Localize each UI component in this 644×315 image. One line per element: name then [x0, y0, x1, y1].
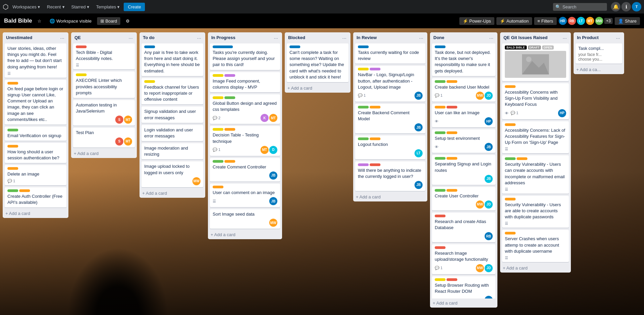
card-qg5[interactable]: Security Vulnerability - Users are able …	[502, 196, 569, 228]
add-card-btn-inreview[interactable]: + Add a card	[353, 192, 427, 201]
notification-btn[interactable]: 🔔	[611, 2, 620, 11]
card-ir1[interactable]: Tasks currently waiting for code review	[355, 43, 425, 64]
search-input[interactable]	[553, 3, 607, 11]
more-members-btn[interactable]: +3	[604, 18, 613, 24]
avatar: MT	[124, 137, 132, 146]
board-view-btn[interactable]: ⊞ Board	[97, 17, 121, 25]
card-qg1[interactable]: BALD BIBLE DRAFT OPEN	[502, 43, 569, 81]
add-card-btn-inprogress[interactable]: + Add a card	[208, 230, 282, 239]
workspace-visible-btn[interactable]: 🌐 Workspace visible	[47, 17, 94, 25]
avatar: MW	[476, 92, 484, 100]
card-ir5[interactable]: Will there be anything to indicate the c…	[355, 161, 425, 191]
add-card-btn-todo[interactable]: + Add a card	[140, 189, 205, 198]
card-ip7[interactable]: Sort Image seed data MW	[210, 209, 280, 229]
member-avatar-1[interactable]: HR	[559, 17, 567, 25]
column-menu-btn-qe-git[interactable]: ···	[562, 35, 568, 41]
card-qe4[interactable]: Test Plan S MT	[73, 128, 135, 147]
card-d1[interactable]: Task done, but not deployed. It's the ta…	[432, 43, 495, 76]
card-qg6[interactable]: Server Crashes when users attemp to crea…	[502, 230, 569, 262]
filters-btn[interactable]: ≡ Filters	[534, 17, 557, 25]
member-avatar-5[interactable]: MW	[595, 17, 603, 25]
card-ir2[interactable]: NavBar - Logo, Signup/Login button, afte…	[355, 66, 425, 102]
card-td2[interactable]: Feedback channel for Users to report ina…	[142, 78, 203, 105]
column-unestimated: Unestimated ··· User stories, ideas, oth…	[3, 32, 68, 218]
card-qe3[interactable]: Automation testing in Java/Selenium S MT	[73, 100, 135, 126]
card-ip5[interactable]: Create Comment Controller JB	[210, 158, 280, 182]
templates-btn[interactable]: Templates ▾	[93, 3, 122, 11]
share-btn[interactable]: 👤 Share	[615, 17, 640, 25]
card-d7[interactable]: Research and create Atlas Database RB	[432, 213, 495, 242]
card-inp1[interactable]: Task compl... your face fr... choose you…	[576, 43, 622, 64]
card-ip6[interactable]: User can comment on an image ☰ JB	[210, 184, 280, 207]
column-title-inproduct: In Product	[577, 35, 615, 40]
card-qg4[interactable]: Security Vulnerability - Users can creat…	[502, 155, 569, 194]
customize-btn[interactable]: ⚙	[123, 17, 132, 25]
user-avatar[interactable]: T	[632, 2, 641, 11]
card-ip1[interactable]: Tasks you're currently doing. Please ass…	[210, 43, 280, 70]
card-qe1[interactable]: Tech Bible - Digital Accessibility notes…	[73, 43, 135, 69]
column-menu-btn[interactable]: ···	[59, 35, 65, 41]
star-btn[interactable]: ☆	[35, 17, 44, 25]
card-d4[interactable]: Setup test environment 👁 JB	[432, 129, 495, 153]
card-qg3[interactable]: Accessibility Concerns: Lack of Accessib…	[502, 121, 569, 154]
desc-icon: ☰	[505, 187, 508, 192]
label	[144, 80, 155, 83]
card-ir3[interactable]: Create Backend Comment Model JB	[355, 104, 425, 133]
column-menu-btn-qe[interactable]: ···	[128, 35, 133, 41]
card-ip2[interactable]: Image Feed component, columns display - …	[210, 72, 280, 92]
add-card-btn-qe[interactable]: + Add a card	[71, 149, 137, 158]
card-u3[interactable]: Email Verification on signup	[5, 127, 66, 141]
column-cards-todo: Any pair is free to take work from here …	[140, 42, 205, 189]
card-d5[interactable]: Separating Signup and Login routes JB	[432, 155, 495, 185]
card-qg2[interactable]: Accessibility Concerns with Sign-Up Form…	[502, 83, 569, 119]
info-btn[interactable]: ℹ	[621, 2, 631, 11]
card-d9[interactable]: Setup Browser Routing with React Router …	[432, 276, 495, 298]
avatar: JD	[485, 200, 493, 209]
card-u4[interactable]: How long should a user session authentic…	[5, 143, 66, 163]
card-ir4[interactable]: Logout function LT	[355, 135, 425, 159]
create-btn[interactable]: Create	[124, 3, 145, 11]
column-header-qe: QE ···	[71, 32, 137, 42]
label	[517, 157, 527, 160]
add-card-btn-inproduct[interactable]: + Add a ca...	[574, 65, 624, 74]
card-qe2[interactable]: AXECORE Linter which provides accessibil…	[73, 71, 135, 98]
column-menu-btn-inprogress[interactable]: ···	[273, 35, 279, 41]
member-avatar-3[interactable]: LT	[577, 17, 585, 25]
card-u6[interactable]: Create Auth Controller (Free API's avail…	[5, 187, 66, 208]
add-card-btn-blocked[interactable]: + Add a card	[285, 84, 350, 93]
card-ip3[interactable]: Global Button design and agreed css temp…	[210, 94, 280, 124]
column-header-qe-git: QE Git Issues Raised ···	[500, 32, 571, 42]
column-menu-btn-inproduct[interactable]: ···	[615, 35, 621, 41]
member-avatar-2[interactable]: RB	[568, 17, 576, 25]
powerups-btn[interactable]: ⚡ Power-Ups	[459, 17, 494, 25]
add-card-btn-qe-git[interactable]: + Add a card	[500, 263, 571, 273]
label	[7, 189, 18, 192]
recent-btn[interactable]: Recent ▾	[44, 3, 67, 11]
card-d3[interactable]: User can like an Image 👁 HP	[432, 104, 495, 127]
workspaces-btn[interactable]: Workspaces ▾	[10, 3, 43, 11]
automation-btn[interactable]: ⚡ Automation	[496, 17, 532, 25]
card-u2[interactable]: On feed page before login or signup User…	[5, 80, 66, 125]
card-u5[interactable]: Delete an image 💬 1	[5, 165, 66, 185]
column-menu-btn-todo[interactable]: ···	[196, 35, 202, 41]
column-menu-btn-done[interactable]: ···	[488, 35, 494, 41]
member-avatar-4[interactable]: MT	[586, 17, 594, 25]
add-card-btn-done[interactable]: + Add a card	[430, 298, 497, 308]
column-menu-btn-inreview[interactable]: ···	[418, 35, 424, 41]
add-card-btn-unestimated[interactable]: + Add a card	[3, 209, 68, 218]
card-d2[interactable]: Create backend User Model 💬 1 MW JD	[432, 78, 495, 102]
column-menu-btn-blocked[interactable]: ···	[341, 35, 347, 41]
card-td5[interactable]: Image moderation and resizing	[142, 143, 203, 159]
card-d6[interactable]: Create User Controller MW JD	[432, 187, 495, 211]
card-d8[interactable]: Research Image upload/storage functional…	[432, 244, 495, 274]
card-ip4[interactable]: Decision Table - Testing technique 💬 1 M…	[210, 126, 280, 156]
card-u1[interactable]: User stories, ideas, other things you mi…	[5, 43, 66, 78]
card-td6[interactable]: Image upload locked to logged in users o…	[142, 161, 203, 187]
starred-btn[interactable]: Starred ▾	[69, 3, 92, 11]
card-bl1[interactable]: Can't complete a task for some reason? W…	[287, 43, 348, 82]
column-title-qe: QE	[74, 35, 128, 40]
card-td3[interactable]: Signup validation and user error message…	[142, 106, 203, 123]
card-td4[interactable]: Login validation and user error messages	[142, 125, 203, 141]
card-td1[interactable]: Any pair is free to take work from here …	[142, 43, 203, 76]
column-cards-inreview: Tasks currently waiting for code review …	[353, 42, 427, 192]
